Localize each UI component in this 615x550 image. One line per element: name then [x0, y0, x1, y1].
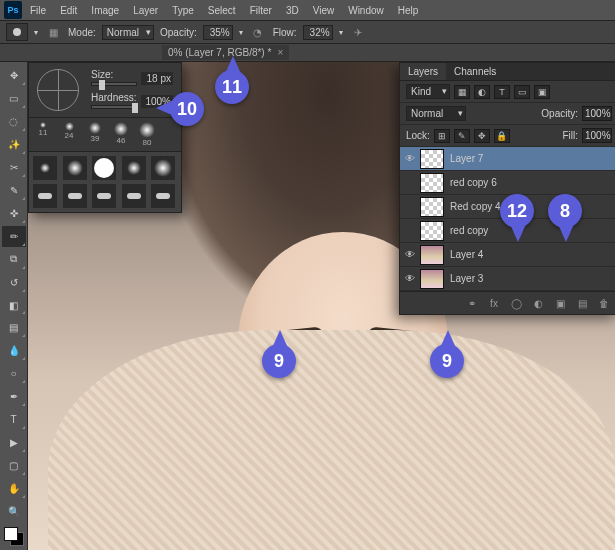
filter-smart-icon[interactable]: ▣ [534, 85, 550, 99]
brush-angle-control[interactable] [37, 69, 79, 111]
brush-preset[interactable]: 24 [59, 122, 79, 147]
brush-tip[interactable] [92, 184, 116, 208]
zoom-tool[interactable]: 🔍 [2, 501, 26, 522]
magic-wand-tool[interactable]: ✨ [2, 134, 26, 155]
brush-preset[interactable]: 11 [33, 122, 53, 147]
history-brush-tool[interactable]: ↺ [2, 272, 26, 293]
size-input[interactable]: 18 px [141, 72, 173, 85]
new-layer-icon[interactable]: ▤ [574, 296, 590, 310]
chevron-down-icon[interactable]: ▾ [339, 28, 343, 37]
eyedropper-tool[interactable]: ✎ [2, 180, 26, 201]
visibility-toggle[interactable]: 👁 [400, 273, 420, 284]
menu-image[interactable]: Image [85, 3, 125, 18]
gradient-tool[interactable]: ▤ [2, 317, 26, 338]
brush-tip[interactable] [92, 156, 116, 180]
link-layers-icon[interactable]: ⚭ [464, 296, 480, 310]
layer-name[interactable]: Layer 7 [448, 153, 615, 164]
brush-tip[interactable] [63, 184, 87, 208]
layer-row[interactable]: 👁Layer 4 [400, 243, 615, 267]
hardness-slider[interactable] [91, 105, 137, 109]
airbrush-icon[interactable]: ✈ [349, 23, 367, 41]
delete-layer-icon[interactable]: 🗑 [596, 296, 612, 310]
pressure-opacity-icon[interactable]: ◔ [249, 23, 267, 41]
brush-preset[interactable]: 80 [137, 122, 157, 147]
layer-row[interactable]: 👁Layer 3 [400, 267, 615, 291]
filter-pixel-icon[interactable]: ▦ [454, 85, 470, 99]
layer-thumbnail[interactable] [420, 269, 444, 289]
blend-mode-select[interactable]: Normal [406, 106, 466, 121]
brush-tip[interactable] [151, 184, 175, 208]
crop-tool[interactable]: ✂ [2, 157, 26, 178]
menu-edit[interactable]: Edit [54, 3, 83, 18]
layer-name[interactable]: Layer 3 [448, 273, 615, 284]
menu-view[interactable]: View [307, 3, 341, 18]
color-swatches[interactable] [4, 527, 24, 546]
filter-type-select[interactable]: Kind [406, 84, 450, 99]
type-tool[interactable]: T [2, 409, 26, 430]
layer-mask-icon[interactable]: ◯ [508, 296, 524, 310]
shape-tool[interactable]: ▢ [2, 455, 26, 476]
close-icon[interactable]: × [277, 47, 283, 58]
menu-type[interactable]: Type [166, 3, 200, 18]
layer-name[interactable]: Layer 4 [448, 249, 615, 260]
group-icon[interactable]: ▣ [552, 296, 568, 310]
visibility-toggle[interactable]: 👁 [400, 249, 420, 260]
filter-adjust-icon[interactable]: ◐ [474, 85, 490, 99]
brush-tip[interactable] [151, 156, 175, 180]
layer-style-icon[interactable]: fx [486, 296, 502, 310]
chevron-down-icon[interactable]: ▾ [239, 28, 243, 37]
filter-type-icon[interactable]: T [494, 85, 510, 99]
blend-mode-select[interactable]: Normal [102, 25, 154, 40]
flow-input[interactable]: 32% [303, 25, 333, 40]
clone-stamp-tool[interactable]: ⧉ [2, 249, 26, 270]
adjustment-layer-icon[interactable]: ◐ [530, 296, 546, 310]
dodge-tool[interactable]: ○ [2, 363, 26, 384]
lock-position-icon[interactable]: ✥ [474, 129, 490, 143]
menu-help[interactable]: Help [392, 3, 425, 18]
lock-pixels-icon[interactable]: ✎ [454, 129, 470, 143]
path-select-tool[interactable]: ▶ [2, 432, 26, 453]
canvas[interactable]: Size: 18 px Hardness: 100% 11 24 39 46 8… [28, 62, 615, 550]
layer-thumbnail[interactable] [420, 173, 444, 193]
brush-preset-picker[interactable] [6, 23, 28, 41]
brush-tip[interactable] [33, 156, 57, 180]
layer-thumbnail[interactable] [420, 197, 444, 217]
chevron-down-icon[interactable]: ▾ [34, 28, 38, 37]
layer-row[interactable]: red copy 6 [400, 171, 615, 195]
fill-input[interactable]: 100% [582, 128, 612, 143]
lock-all-icon[interactable]: 🔒 [494, 129, 510, 143]
layer-opacity-input[interactable]: 100% [582, 106, 612, 121]
blur-tool[interactable]: 💧 [2, 340, 26, 361]
tab-channels[interactable]: Channels [446, 63, 504, 80]
brush-tip[interactable] [33, 184, 57, 208]
filter-shape-icon[interactable]: ▭ [514, 85, 530, 99]
size-slider[interactable] [91, 82, 137, 86]
brush-preset[interactable]: 39 [85, 122, 105, 147]
hand-tool[interactable]: ✋ [2, 478, 26, 499]
layer-row[interactable]: 👁Layer 7 [400, 147, 615, 171]
brush-preset[interactable]: 46 [111, 122, 131, 147]
lasso-tool[interactable]: ◌ [2, 111, 26, 132]
layer-thumbnail[interactable] [420, 221, 444, 241]
tab-layers[interactable]: Layers [400, 63, 446, 80]
visibility-toggle[interactable]: 👁 [400, 153, 420, 164]
menu-3d[interactable]: 3D [280, 3, 305, 18]
menu-layer[interactable]: Layer [127, 3, 164, 18]
lock-transparent-icon[interactable]: ⊞ [434, 129, 450, 143]
layer-thumbnail[interactable] [420, 245, 444, 265]
healing-brush-tool[interactable]: ✜ [2, 203, 26, 224]
marquee-tool[interactable]: ▭ [2, 88, 26, 109]
brush-tool[interactable]: ✏ [2, 226, 26, 247]
menu-filter[interactable]: Filter [244, 3, 278, 18]
layer-thumbnail[interactable] [420, 149, 444, 169]
pen-tool[interactable]: ✒ [2, 386, 26, 407]
menu-file[interactable]: File [24, 3, 52, 18]
move-tool[interactable]: ✥ [2, 65, 26, 86]
layer-name[interactable]: red copy 6 [448, 177, 615, 188]
brush-tip[interactable] [63, 156, 87, 180]
menu-window[interactable]: Window [342, 3, 390, 18]
brush-tip[interactable] [122, 184, 146, 208]
brush-panel-toggle-icon[interactable]: ▦ [44, 23, 62, 41]
opacity-input[interactable]: 35% [203, 25, 233, 40]
menu-select[interactable]: Select [202, 3, 242, 18]
